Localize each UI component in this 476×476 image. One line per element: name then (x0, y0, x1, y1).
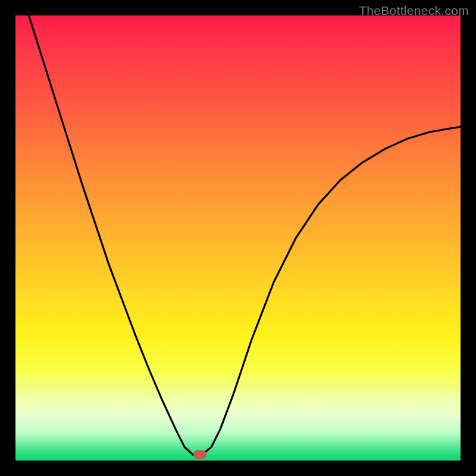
watermark-text: TheBottleneck.com (359, 4, 469, 18)
chart-plot-area (15, 15, 461, 461)
optimum-marker (193, 450, 206, 459)
bottleneck-curve (15, 15, 461, 461)
